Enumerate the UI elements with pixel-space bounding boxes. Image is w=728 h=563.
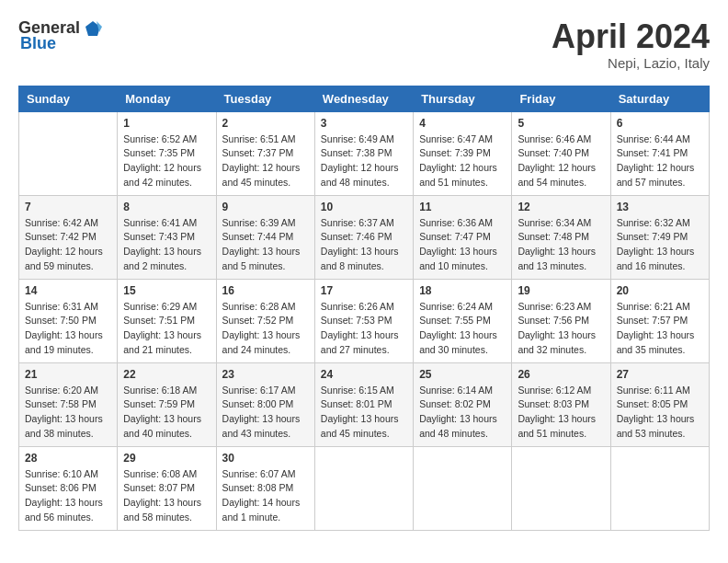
day-info: Sunrise: 6:26 AM Sunset: 7:53 PM Dayligh… xyxy=(321,300,407,358)
calendar-cell: 16Sunrise: 6:28 AM Sunset: 7:52 PM Dayli… xyxy=(216,279,314,362)
calendar-week-row: 7Sunrise: 6:42 AM Sunset: 7:42 PM Daylig… xyxy=(19,195,710,279)
calendar-cell: 8Sunrise: 6:41 AM Sunset: 7:43 PM Daylig… xyxy=(118,195,216,279)
day-info: Sunrise: 6:10 AM Sunset: 8:06 PM Dayligh… xyxy=(25,467,111,525)
day-number: 24 xyxy=(321,368,407,381)
calendar-cell: 29Sunrise: 6:08 AM Sunset: 8:07 PM Dayli… xyxy=(118,446,216,530)
day-number: 7 xyxy=(25,201,111,213)
day-number: 29 xyxy=(123,452,210,465)
calendar-cell: 5Sunrise: 6:46 AM Sunset: 7:40 PM Daylig… xyxy=(512,111,610,195)
day-number: 28 xyxy=(25,452,111,465)
day-number: 14 xyxy=(25,284,111,297)
calendar-cell: 30Sunrise: 6:07 AM Sunset: 8:08 PM Dayli… xyxy=(216,446,314,530)
calendar-cell: 18Sunrise: 6:24 AM Sunset: 7:55 PM Dayli… xyxy=(414,279,512,362)
calendar-table: SundayMondayTuesdayWednesdayThursdayFrid… xyxy=(18,86,710,531)
day-number: 9 xyxy=(222,201,309,213)
calendar-cell: 9Sunrise: 6:39 AM Sunset: 7:44 PM Daylig… xyxy=(216,195,314,279)
day-of-week-header: Sunday xyxy=(19,86,118,111)
day-info: Sunrise: 6:46 AM Sunset: 7:40 PM Dayligh… xyxy=(518,132,604,190)
calendar-cell: 6Sunrise: 6:44 AM Sunset: 7:41 PM Daylig… xyxy=(610,111,709,195)
day-number: 18 xyxy=(419,284,506,297)
calendar-cell: 11Sunrise: 6:36 AM Sunset: 7:47 PM Dayli… xyxy=(414,195,512,279)
calendar-cell: 7Sunrise: 6:42 AM Sunset: 7:42 PM Daylig… xyxy=(19,195,118,279)
day-number: 21 xyxy=(25,368,111,381)
calendar-cell: 27Sunrise: 6:11 AM Sunset: 8:05 PM Dayli… xyxy=(610,362,709,446)
day-info: Sunrise: 6:52 AM Sunset: 7:35 PM Dayligh… xyxy=(123,132,210,190)
logo-blue-text: Blue xyxy=(20,34,56,53)
day-info: Sunrise: 6:32 AM Sunset: 7:49 PM Dayligh… xyxy=(617,216,703,274)
day-info: Sunrise: 6:11 AM Sunset: 8:05 PM Dayligh… xyxy=(617,384,703,442)
calendar-cell: 19Sunrise: 6:23 AM Sunset: 7:56 PM Dayli… xyxy=(512,279,610,362)
calendar-cell: 20Sunrise: 6:21 AM Sunset: 7:57 PM Dayli… xyxy=(610,279,709,362)
day-info: Sunrise: 6:14 AM Sunset: 8:02 PM Dayligh… xyxy=(419,384,506,442)
calendar-cell: 2Sunrise: 6:51 AM Sunset: 7:37 PM Daylig… xyxy=(216,111,314,195)
calendar-cell xyxy=(19,111,118,195)
day-number: 26 xyxy=(518,368,604,381)
day-info: Sunrise: 6:49 AM Sunset: 7:38 PM Dayligh… xyxy=(321,132,407,190)
day-info: Sunrise: 6:29 AM Sunset: 7:51 PM Dayligh… xyxy=(123,300,210,358)
day-number: 8 xyxy=(123,201,210,213)
day-number: 4 xyxy=(419,117,506,130)
day-info: Sunrise: 6:36 AM Sunset: 7:47 PM Dayligh… xyxy=(419,216,506,274)
day-number: 2 xyxy=(222,117,309,130)
calendar-cell xyxy=(610,446,709,530)
day-of-week-header: Monday xyxy=(118,86,216,111)
day-of-week-header: Tuesday xyxy=(216,86,314,111)
calendar-cell: 25Sunrise: 6:14 AM Sunset: 8:02 PM Dayli… xyxy=(414,362,512,446)
day-number: 27 xyxy=(617,368,703,381)
day-info: Sunrise: 6:07 AM Sunset: 8:08 PM Dayligh… xyxy=(222,467,309,525)
calendar-cell: 28Sunrise: 6:10 AM Sunset: 8:06 PM Dayli… xyxy=(19,446,118,530)
calendar-cell: 13Sunrise: 6:32 AM Sunset: 7:49 PM Dayli… xyxy=(610,195,709,279)
calendar-cell: 4Sunrise: 6:47 AM Sunset: 7:39 PM Daylig… xyxy=(414,111,512,195)
day-info: Sunrise: 6:47 AM Sunset: 7:39 PM Dayligh… xyxy=(419,132,506,190)
day-number: 20 xyxy=(617,284,703,297)
day-info: Sunrise: 6:39 AM Sunset: 7:44 PM Dayligh… xyxy=(222,216,309,274)
logo-icon xyxy=(84,19,102,38)
calendar-week-row: 14Sunrise: 6:31 AM Sunset: 7:50 PM Dayli… xyxy=(19,279,710,362)
day-of-week-header: Thursday xyxy=(414,86,512,111)
day-info: Sunrise: 6:31 AM Sunset: 7:50 PM Dayligh… xyxy=(25,300,111,358)
day-info: Sunrise: 6:24 AM Sunset: 7:55 PM Dayligh… xyxy=(419,300,506,358)
calendar-week-row: 1Sunrise: 6:52 AM Sunset: 7:35 PM Daylig… xyxy=(19,111,710,195)
day-number: 22 xyxy=(123,368,210,381)
calendar-cell: 23Sunrise: 6:17 AM Sunset: 8:00 PM Dayli… xyxy=(216,362,314,446)
calendar-cell: 24Sunrise: 6:15 AM Sunset: 8:01 PM Dayli… xyxy=(314,362,413,446)
page-header: General Blue April 2024 Nepi, Lazio, Ita… xyxy=(18,18,710,71)
title-section: April 2024 Nepi, Lazio, Italy xyxy=(552,18,710,71)
calendar-cell: 22Sunrise: 6:18 AM Sunset: 7:59 PM Dayli… xyxy=(118,362,216,446)
day-number: 13 xyxy=(617,201,703,213)
day-info: Sunrise: 6:44 AM Sunset: 7:41 PM Dayligh… xyxy=(617,132,703,190)
calendar-cell: 14Sunrise: 6:31 AM Sunset: 7:50 PM Dayli… xyxy=(19,279,118,362)
day-of-week-header: Saturday xyxy=(610,86,709,111)
calendar-week-row: 28Sunrise: 6:10 AM Sunset: 8:06 PM Dayli… xyxy=(19,446,710,530)
day-info: Sunrise: 6:41 AM Sunset: 7:43 PM Dayligh… xyxy=(123,216,210,274)
calendar-cell: 10Sunrise: 6:37 AM Sunset: 7:46 PM Dayli… xyxy=(314,195,413,279)
calendar-cell: 17Sunrise: 6:26 AM Sunset: 7:53 PM Dayli… xyxy=(314,279,413,362)
day-info: Sunrise: 6:51 AM Sunset: 7:37 PM Dayligh… xyxy=(222,132,309,190)
day-info: Sunrise: 6:21 AM Sunset: 7:57 PM Dayligh… xyxy=(617,300,703,358)
day-number: 25 xyxy=(419,368,506,381)
calendar-cell xyxy=(314,446,413,530)
calendar-header-row: SundayMondayTuesdayWednesdayThursdayFrid… xyxy=(19,86,710,111)
day-info: Sunrise: 6:37 AM Sunset: 7:46 PM Dayligh… xyxy=(321,216,407,274)
day-number: 30 xyxy=(222,452,309,465)
day-of-week-header: Friday xyxy=(512,86,610,111)
day-number: 19 xyxy=(518,284,604,297)
day-number: 3 xyxy=(321,117,407,130)
day-number: 16 xyxy=(222,284,309,297)
logo: General Blue xyxy=(18,18,102,53)
day-info: Sunrise: 6:20 AM Sunset: 7:58 PM Dayligh… xyxy=(25,384,111,442)
month-title: April 2024 xyxy=(552,18,710,55)
day-number: 11 xyxy=(419,201,506,213)
calendar-week-row: 21Sunrise: 6:20 AM Sunset: 7:58 PM Dayli… xyxy=(19,362,710,446)
day-number: 17 xyxy=(321,284,407,297)
calendar-cell: 3Sunrise: 6:49 AM Sunset: 7:38 PM Daylig… xyxy=(314,111,413,195)
day-number: 10 xyxy=(321,201,407,213)
day-of-week-header: Wednesday xyxy=(314,86,413,111)
day-number: 5 xyxy=(518,117,604,130)
day-info: Sunrise: 6:08 AM Sunset: 8:07 PM Dayligh… xyxy=(123,467,210,525)
day-info: Sunrise: 6:15 AM Sunset: 8:01 PM Dayligh… xyxy=(321,384,407,442)
day-info: Sunrise: 6:28 AM Sunset: 7:52 PM Dayligh… xyxy=(222,300,309,358)
day-number: 15 xyxy=(123,284,210,297)
day-info: Sunrise: 6:42 AM Sunset: 7:42 PM Dayligh… xyxy=(25,216,111,274)
day-number: 6 xyxy=(617,117,703,130)
